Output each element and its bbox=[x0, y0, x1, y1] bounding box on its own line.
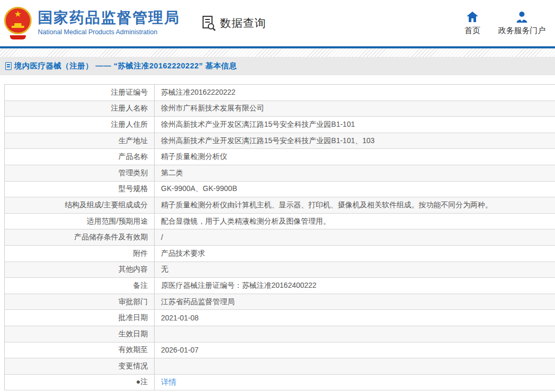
row-label: 审批部门 bbox=[5, 294, 155, 310]
top-navigation: 首页 政务服务门户 bbox=[465, 11, 546, 36]
table-row: 有效期至2026-01-07 bbox=[5, 343, 555, 359]
row-label: 型号规格 bbox=[5, 182, 155, 197]
row-label: 生产地址 bbox=[5, 133, 155, 149]
site-brand: 国家药品监督管理局 National Medical Products Admi… bbox=[38, 9, 180, 37]
row-value: 徐州高新技术产业开发区漓江路15号安全科技产业园B1-101、103 bbox=[155, 133, 555, 149]
table-row: 注册人名称徐州市广科新技术发展有限公司 bbox=[5, 101, 555, 117]
row-label: 注册人名称 bbox=[5, 101, 155, 117]
data-query-label: 数据查询 bbox=[220, 16, 266, 31]
table-row: 批准日期2021-01-08 bbox=[5, 310, 555, 326]
table-row: 结构及组成/主要组成成分精子质量检测分析仪由计算机主机、显示器、打印机、摄像机及… bbox=[5, 197, 555, 214]
nav-home-label: 首页 bbox=[465, 26, 480, 36]
row-value: 第二类 bbox=[155, 165, 555, 181]
breadcrumb: 境内医疗器械（注册） —— “苏械注准20162220222” 基本信息 bbox=[0, 57, 555, 75]
table-row: 生效日期 bbox=[5, 326, 555, 343]
doc-search-icon bbox=[202, 15, 217, 31]
row-value bbox=[155, 358, 555, 374]
table-row: 管理类别第二类 bbox=[5, 165, 555, 182]
breadcrumb-doc-icon bbox=[5, 62, 12, 70]
row-value: GK-9900A、GK-9900B bbox=[155, 182, 555, 197]
table-row: 附件产品技术要求 bbox=[5, 246, 555, 262]
row-value: 苏械注准20162220222 bbox=[155, 85, 555, 100]
row-label: 生效日期 bbox=[5, 326, 155, 342]
breadcrumb-text: 境内医疗器械（注册） —— “苏械注准20162220222” 基本信息 bbox=[14, 61, 237, 71]
row-value: 2026-01-07 bbox=[155, 343, 555, 358]
row-value: 详情 bbox=[155, 375, 555, 390]
row-label: 结构及组成/主要组成成分 bbox=[5, 197, 155, 213]
table-row: 注册人住所徐州高新技术产业开发区漓江路15号安全科技产业园B1-101 bbox=[5, 117, 555, 133]
table-row: 适用范围/预期用途配合显微镜，用于人类精液检测分析及图像管理用。 bbox=[5, 214, 555, 230]
table-row: 产品名称精子质量检测分析仪 bbox=[5, 149, 555, 165]
row-label: 管理类别 bbox=[5, 165, 155, 181]
row-label: 变更情况 bbox=[5, 358, 155, 374]
table-row: 注册证编号苏械注准20162220222 bbox=[5, 85, 555, 101]
row-value: 徐州高新技术产业开发区漓江路15号安全科技产业园B1-101 bbox=[155, 117, 555, 133]
nav-home[interactable]: 首页 bbox=[465, 11, 480, 36]
row-label: 备注 bbox=[5, 278, 155, 294]
nav-gov-portal-label: 政务服务门户 bbox=[498, 26, 546, 36]
row-label: 适用范围/预期用途 bbox=[5, 214, 155, 229]
table-row: ●注 详情 bbox=[5, 375, 555, 391]
nav-gov-portal[interactable]: 政务服务门户 bbox=[498, 11, 546, 36]
row-value: 配合显微镜，用于人类精液检测分析及图像管理用。 bbox=[155, 214, 555, 229]
table-row: 变更情况 bbox=[5, 358, 555, 375]
data-query-section: 数据查询 bbox=[202, 15, 266, 31]
row-label: 其他内容 bbox=[5, 262, 155, 278]
row-value: 精子质量检测分析仪 bbox=[155, 149, 555, 165]
row-label: 批准日期 bbox=[5, 310, 155, 326]
table-row: 生产地址徐州高新技术产业开发区漓江路15号安全科技产业园B1-101、103 bbox=[5, 133, 555, 149]
site-header: ★ 国家药品监督管理局 National Medical Products Ad… bbox=[0, 0, 555, 46]
row-label: 附件 bbox=[5, 246, 155, 262]
row-value: 原医疗器械注册证编号：苏械注准20162400222 bbox=[155, 278, 555, 294]
row-value: 江苏省药品监督管理局 bbox=[155, 294, 555, 310]
row-label: ●注 bbox=[5, 375, 155, 390]
site-title-cn: 国家药品监督管理局 bbox=[38, 9, 180, 26]
row-value: 精子质量检测分析仪由计算机主机、显示器、打印机、摄像机及相关软件组成。按功能不同… bbox=[155, 197, 555, 213]
row-value: / bbox=[155, 229, 555, 245]
row-label: 产品名称 bbox=[5, 149, 155, 165]
home-icon bbox=[466, 11, 479, 23]
detail-link[interactable]: 详情 bbox=[161, 377, 176, 387]
row-value: 无 bbox=[155, 262, 555, 278]
row-label: 注册证编号 bbox=[5, 85, 155, 100]
table-row: 其他内容无 bbox=[5, 262, 555, 278]
table-row: 审批部门江苏省药品监督管理局 bbox=[5, 294, 555, 310]
table-row: 型号规格GK-9900A、GK-9900B bbox=[5, 182, 555, 198]
row-label: 产品储存条件及有效期 bbox=[5, 229, 155, 245]
row-label: 注册人住所 bbox=[5, 117, 155, 133]
texture-strip bbox=[0, 48, 555, 57]
table-row: 备注原医疗器械注册证编号：苏械注准20162400222 bbox=[5, 278, 555, 294]
row-label: 有效期至 bbox=[5, 343, 155, 358]
registration-info-table: 注册证编号苏械注准20162220222 注册人名称徐州市广科新技术发展有限公司… bbox=[4, 84, 555, 390]
row-value bbox=[155, 326, 555, 342]
table-row: 产品储存条件及有效期/ bbox=[5, 229, 555, 246]
national-emblem-logo: ★ bbox=[4, 7, 32, 39]
row-value: 产品技术要求 bbox=[155, 246, 555, 262]
row-value: 2021-01-08 bbox=[155, 310, 555, 326]
user-icon bbox=[516, 11, 528, 23]
row-value: 徐州市广科新技术发展有限公司 bbox=[155, 101, 555, 117]
site-title-en: National Medical Products Administration bbox=[38, 27, 180, 37]
